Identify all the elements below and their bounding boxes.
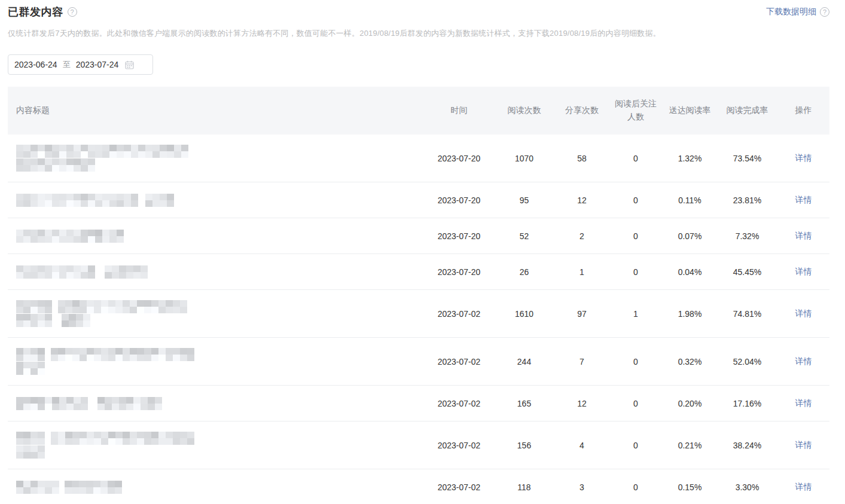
cell-follows: 0 (609, 482, 663, 492)
cell-completion-rate: 52.04% (717, 357, 777, 366)
cell-follows: 0 (609, 399, 663, 408)
cell-follows: 0 (609, 231, 663, 241)
cell-reads: 244 (493, 357, 555, 366)
cell-read-rate: 1.32% (663, 154, 717, 163)
cell-date: 2023-07-02 (425, 357, 493, 366)
cell-follows: 0 (609, 154, 663, 163)
redacted-title[interactable] (8, 480, 425, 494)
cell-read-rate: 0.20% (663, 399, 717, 408)
detail-link[interactable]: 详情 (795, 195, 812, 204)
cell-read-rate: 0.07% (663, 231, 717, 241)
table-body: 2023-07-20 1070 58 0 1.32% 73.54% 详情 202… (8, 135, 829, 504)
end-date-value[interactable]: 2023-07-24 (76, 60, 119, 69)
redacted-title[interactable] (8, 431, 425, 459)
cell-shares: 4 (555, 441, 609, 450)
cell-completion-rate: 73.54% (717, 154, 777, 163)
redacted-title[interactable] (8, 144, 425, 172)
redacted-title[interactable] (8, 300, 425, 328)
cell-date: 2023-07-02 (425, 399, 493, 408)
cell-reads: 118 (493, 482, 555, 492)
cell-reads: 95 (493, 196, 555, 205)
cell-reads: 1610 (493, 309, 555, 319)
cell-read-rate: 0.11% (663, 196, 717, 205)
cell-shares: 2 (555, 231, 609, 241)
cell-read-rate: 0.21% (663, 441, 717, 450)
download-data-link[interactable]: 下载数据明细 (766, 7, 816, 17)
start-date-value[interactable]: 2023-06-24 (14, 60, 57, 69)
table-row: 2023-07-02 156 4 0 0.21% 38.24% 详情 (8, 421, 829, 469)
redacted-title[interactable] (8, 265, 425, 279)
detail-link[interactable]: 详情 (795, 231, 812, 240)
column-header-completion-rate: 阅读完成率 (717, 104, 777, 117)
cell-date: 2023-07-02 (425, 482, 493, 492)
cell-date: 2023-07-02 (425, 309, 493, 319)
table-row: 2023-07-20 26 1 0 0.04% 45.45% 详情 (8, 254, 829, 290)
cell-date: 2023-07-20 (425, 154, 493, 163)
cell-reads: 156 (493, 441, 555, 450)
cell-completion-rate: 38.24% (717, 441, 777, 450)
column-header-reads: 阅读次数 (493, 104, 555, 117)
table-row: 2023-07-20 1070 58 0 1.32% 73.54% 详情 (8, 135, 829, 182)
table-row: 2023-07-02 1610 97 1 1.98% 74.81% 详情 (8, 290, 829, 338)
cell-completion-rate: 3.30% (717, 482, 777, 492)
cell-date: 2023-07-20 (425, 231, 493, 241)
cell-completion-rate: 45.45% (717, 267, 777, 277)
redacted-title[interactable] (8, 193, 425, 207)
cell-shares: 12 (555, 196, 609, 205)
cell-completion-rate: 17.16% (717, 399, 777, 408)
redacted-title[interactable] (8, 347, 425, 375)
cell-follows: 0 (609, 267, 663, 277)
cell-shares: 1 (555, 267, 609, 277)
column-header-shares: 分享次数 (555, 104, 609, 117)
redacted-title[interactable] (8, 229, 425, 243)
cell-reads: 26 (493, 267, 555, 277)
column-header-title: 内容标题 (8, 104, 425, 117)
cell-shares: 7 (555, 357, 609, 366)
download-help-icon[interactable]: ? (820, 7, 829, 17)
detail-link[interactable]: 详情 (795, 356, 812, 366)
cell-read-rate: 1.98% (663, 309, 717, 319)
detail-link[interactable]: 详情 (795, 440, 812, 450)
column-header-actions: 操作 (777, 104, 829, 117)
cell-reads: 1070 (493, 154, 555, 163)
redacted-title[interactable] (8, 396, 425, 411)
cell-follows: 0 (609, 441, 663, 450)
cell-read-rate: 0.15% (663, 482, 717, 492)
cell-date: 2023-07-20 (425, 196, 493, 205)
table-row: 2023-07-02 118 3 0 0.15% 3.30% 详情 (8, 469, 829, 504)
page-title: 已群发内容 (8, 5, 63, 19)
table-header-row: 内容标题 时间 阅读次数 分享次数 阅读后关注人数 送达阅读率 阅读完成率 操作 (8, 87, 829, 135)
cell-read-rate: 0.04% (663, 267, 717, 277)
content-stats-table: 内容标题 时间 阅读次数 分享次数 阅读后关注人数 送达阅读率 阅读完成率 操作… (8, 87, 829, 504)
cell-shares: 3 (555, 482, 609, 492)
table-row: 2023-07-02 244 7 0 0.32% 52.04% 详情 (8, 338, 829, 386)
cell-completion-rate: 7.32% (717, 231, 777, 241)
detail-link[interactable]: 详情 (795, 267, 812, 276)
cell-shares: 58 (555, 154, 609, 163)
title-help-icon[interactable]: ? (68, 7, 77, 17)
table-row: 2023-07-20 95 12 0 0.11% 23.81% 详情 (8, 182, 829, 218)
date-range-separator: 至 (63, 59, 71, 70)
column-header-time: 时间 (425, 104, 493, 117)
stats-description: 仅统计群发后7天内的数据。此处和微信客户端展示的阅读数的计算方法略有不同，数值可… (8, 28, 829, 39)
cell-read-rate: 0.32% (663, 357, 717, 366)
cell-shares: 97 (555, 309, 609, 319)
calendar-icon[interactable] (125, 60, 134, 69)
detail-link[interactable]: 详情 (795, 153, 812, 163)
table-row: 2023-07-02 165 12 0 0.20% 17.16% 详情 (8, 386, 829, 421)
detail-link[interactable]: 详情 (795, 482, 812, 491)
cell-reads: 52 (493, 231, 555, 241)
cell-shares: 12 (555, 399, 609, 408)
detail-link[interactable]: 详情 (795, 308, 812, 318)
cell-reads: 165 (493, 399, 555, 408)
cell-completion-rate: 74.81% (717, 309, 777, 319)
column-header-read-rate: 送达阅读率 (663, 104, 717, 117)
topbar: 已群发内容 ? 下载数据明细 ? (8, 5, 829, 20)
detail-link[interactable]: 详情 (795, 398, 812, 408)
cell-follows: 1 (609, 309, 663, 319)
cell-follows: 0 (609, 196, 663, 205)
cell-follows: 0 (609, 357, 663, 366)
table-row: 2023-07-20 52 2 0 0.07% 7.32% 详情 (8, 218, 829, 254)
cell-completion-rate: 23.81% (717, 196, 777, 205)
date-range-picker[interactable]: 2023-06-24 至 2023-07-24 (8, 54, 153, 75)
